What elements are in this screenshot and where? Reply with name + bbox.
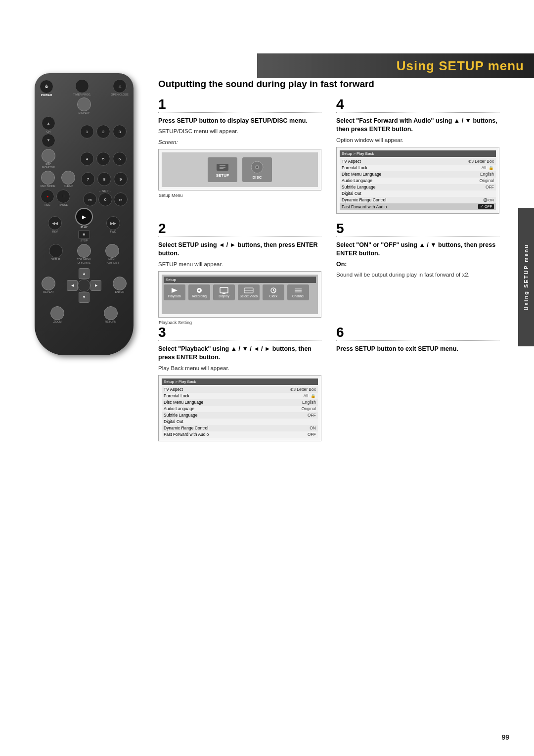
open-close-group: △ OPEN/CLOSE: [111, 79, 129, 96]
svg-line-16: [273, 290, 275, 291]
table-row: Fast Forward with AudioOFF: [162, 431, 318, 438]
fwd-group: ▶▶ FWD: [106, 216, 120, 234]
num5-button[interactable]: 5: [96, 152, 110, 166]
menu-playlist-button[interactable]: [105, 244, 119, 258]
repeat-group: REPEAT: [42, 277, 55, 294]
playback-icon: Playback: [164, 284, 185, 300]
dpad-right-button[interactable]: ▶: [90, 280, 101, 291]
step-5: 5 Select "ON" or "OFF" using ▲ / ▼ butto…: [336, 222, 499, 318]
table-row: Audio LanguageOriginal: [162, 406, 318, 412]
clear-button[interactable]: [61, 171, 75, 185]
step-2: 2 Select SETUP using ◄ / ► buttons, then…: [158, 222, 321, 318]
rec-monitor-group: RECMONITOR: [42, 149, 55, 169]
power-btn-group: ⏻ POWER: [40, 80, 53, 96]
dpad: ▲ ▼ ◀ ▶: [67, 268, 101, 303]
table-row: Subtitle LanguageOFF: [340, 184, 496, 190]
svg-point-9: [198, 289, 200, 291]
skip-zero-group: ← SKIP → ⏮ 0 ⏭: [83, 189, 128, 207]
num7-button[interactable]: 7: [81, 172, 95, 186]
table-row: Audio LanguageOriginal: [340, 178, 496, 184]
section-heading: Outputting the sound during play in fast…: [158, 78, 499, 91]
rec-button[interactable]: ●: [41, 189, 54, 203]
svg-rect-11: [222, 293, 225, 294]
step-4: 4 Select "Fast Forward with Audio" using…: [336, 97, 499, 214]
top-menu-button[interactable]: [77, 244, 91, 258]
ch-down-button[interactable]: ▼: [42, 134, 55, 147]
num1-button[interactable]: 1: [80, 125, 94, 139]
num3-button[interactable]: 3: [113, 125, 127, 139]
num8-button[interactable]: 8: [97, 172, 111, 186]
table-row: Digital Out: [162, 419, 318, 425]
select-video-icon: Select Video: [238, 284, 260, 300]
settings-table-1: TV Aspect4:3 Letter Box Parental LockAll…: [162, 386, 318, 438]
recording-icon: Recording: [188, 284, 210, 300]
repeat-button[interactable]: [42, 277, 55, 290]
step-1: 1 Press SETUP button to display SETUP/DI…: [158, 97, 321, 214]
disc-icon: DISC: [242, 157, 272, 182]
num-row-2: 4 5 6: [80, 152, 127, 166]
table-row: Parental LockAll 🔒: [162, 393, 318, 399]
screen-settings: Setup > Play Back TV Aspect4:3 Letter Bo…: [158, 375, 321, 441]
table-row: TV Aspect4:3 Letter Box: [340, 158, 496, 165]
side-tab: Using SETUP menu: [518, 208, 534, 346]
power-button[interactable]: ⏻: [40, 80, 53, 94]
page-title: Using SETUP menu: [397, 58, 524, 74]
num6-button[interactable]: 6: [113, 152, 127, 166]
setup-icon: SETUP: [208, 157, 237, 182]
table-row: Disc Menu LanguageEnglish: [340, 171, 496, 178]
dpad-left-button[interactable]: ◀: [67, 280, 78, 291]
screen-settings2: Setup > Play Back TV Aspect4:3 Letter Bo…: [336, 147, 499, 214]
rec-monitor-button[interactable]: [42, 149, 55, 163]
clear-group: CLEAR: [61, 171, 75, 188]
screen-setup-disc: SETUP DISC Setup Menu: [158, 149, 321, 190]
timer-prog-button[interactable]: [75, 79, 89, 93]
table-row: Digital Out: [340, 190, 496, 197]
return-button[interactable]: [104, 306, 118, 320]
step-6: 6 Press SETUP button to exit SETUP menu.: [336, 326, 499, 441]
clock-icon: Clock: [263, 284, 284, 300]
steps-grid: 1 Press SETUP button to display SETUP/DI…: [158, 97, 499, 449]
open-close-button[interactable]: △: [113, 79, 127, 93]
num4-button[interactable]: 4: [80, 152, 94, 166]
fwd-button[interactable]: ▶▶: [106, 216, 120, 230]
setup-button[interactable]: [49, 244, 63, 258]
rec-pause-group: ● REC ⏸ PAUSE: [41, 189, 70, 207]
table-row: Disc Menu LanguageEnglish: [162, 399, 318, 406]
content-area: Outputting the sound during play in fast…: [148, 73, 509, 454]
dpad-up-button[interactable]: ▲: [79, 268, 89, 279]
table-row: Dynamic Range ControlON: [162, 425, 318, 431]
num9-button[interactable]: 9: [114, 172, 128, 186]
setup-menu-row: SETUP TOP MENUORIGINAL MENUPLAY LIST: [40, 244, 129, 264]
display-icon: Display: [213, 284, 235, 300]
skip-back-button[interactable]: ⏮: [83, 192, 97, 206]
enter-button[interactable]: [113, 277, 127, 290]
remote-control: ⏻ POWER TIMER PROG. △ OPEN/CLOSE: [30, 73, 138, 360]
ch-group: ▲ CH ▼: [42, 116, 55, 147]
rec-mode-button[interactable]: [41, 171, 55, 185]
ch-up-button[interactable]: ▲: [42, 116, 55, 130]
zoom-button[interactable]: [50, 306, 64, 320]
timer-prog-group: TIMER PROG.: [73, 79, 91, 96]
dpad-down-button[interactable]: ▼: [79, 292, 89, 303]
screen-playback: Setup Playback Recording Display: [158, 271, 321, 318]
step-3: 3 Select "Playback" using ▲ / ▼ / ◄ / ► …: [158, 326, 321, 441]
num0-button[interactable]: 0: [98, 192, 112, 206]
channel-icon: Channel: [287, 284, 309, 300]
play-button[interactable]: ▶: [75, 208, 93, 226]
display-button[interactable]: [77, 97, 91, 111]
pause-button[interactable]: ⏸: [56, 189, 70, 203]
table-row: TV Aspect4:3 Letter Box: [162, 386, 318, 393]
num-row-1: 1 2 3: [80, 125, 127, 139]
table-row: Subtitle LanguageOFF: [162, 412, 318, 419]
svg-marker-7: [172, 288, 178, 293]
dpad-center-button[interactable]: [78, 279, 90, 292]
svg-point-6: [256, 166, 258, 168]
table-row: Fast Forward with Audio✓ OFF: [340, 203, 496, 210]
rev-button[interactable]: ◀◀: [48, 216, 62, 230]
skip-fwd-button[interactable]: ⏭: [114, 192, 128, 206]
stop-button[interactable]: ■: [78, 230, 90, 239]
display-btn-group: DISPLAY: [77, 97, 91, 115]
num2-button[interactable]: 2: [96, 125, 110, 139]
svg-rect-10: [220, 287, 228, 293]
enter-group: ENTER: [113, 277, 127, 294]
